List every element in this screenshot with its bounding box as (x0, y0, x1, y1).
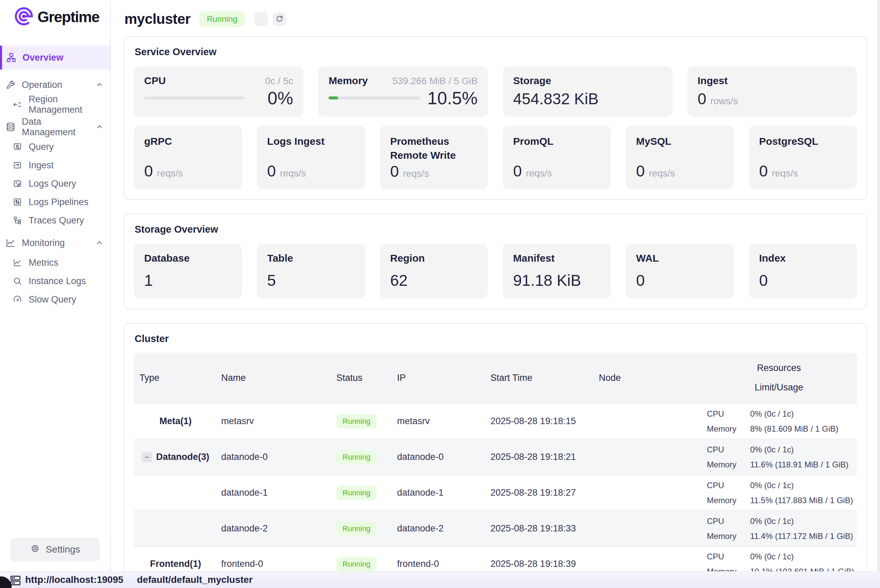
service-overview-panel: Service Overview CPU 0c / 5c 0% (124, 36, 867, 200)
memory-resource-label: Memory (707, 422, 747, 436)
sidebar-item-query[interactable]: Query (0, 138, 110, 156)
sidebar-nav: Overview Operation (0, 46, 110, 309)
cpu-resource-value: 0% (0c / 1c) (750, 406, 857, 422)
status-badge: Running (336, 557, 377, 571)
memory-progress-fill (329, 96, 338, 99)
column-ip: IP (394, 373, 487, 383)
prometheus-unit: reqs/s (403, 168, 429, 179)
ingest-unit: rows/s (710, 96, 738, 106)
manifest-value: 91.18 KiB (513, 271, 581, 290)
sidebar-item-metrics[interactable]: Metrics (0, 254, 110, 272)
region-card: Region 62 (380, 244, 488, 298)
collapse-datanode-button[interactable]: − (142, 452, 152, 462)
database-icon (5, 122, 17, 132)
sidebar-item-label: Slow Query (29, 294, 77, 305)
chevron-up-icon (95, 123, 104, 132)
cell-status: Running (333, 414, 394, 429)
cpu-resource-label: CPU (707, 478, 747, 493)
logs-ingest-unit: reqs/s (280, 168, 306, 179)
prometheus-label: Prometheus Remote Write (390, 135, 478, 162)
prometheus-value: 0 (390, 162, 399, 180)
cell-start-time: 2025-08-28 19:18:39 (487, 559, 593, 569)
search-icon (12, 276, 23, 286)
sidebar-item-data-management[interactable]: Data Management (0, 118, 110, 136)
brand-name: Greptime (38, 9, 99, 26)
sidebar-item-logs-query[interactable]: Logs Query (0, 174, 110, 193)
grpc-unit: reqs/s (157, 168, 183, 179)
grpc-value: 0 (144, 162, 153, 180)
cpu-resource-label: CPU (707, 549, 747, 564)
service-overview-title: Service Overview (135, 46, 857, 58)
logs-ingest-label: Logs Ingest (267, 135, 355, 148)
settings-label: Settings (46, 544, 80, 555)
logs-query-icon (12, 179, 23, 188)
column-resources: Resources Limit/Usage (701, 352, 857, 403)
cell-resource-values: 0% (0c / 1c) 11.5% (117.883 MiB / 1 GiB) (747, 478, 857, 508)
region-icon (12, 100, 23, 110)
sidebar-item-operation[interactable]: Operation (0, 76, 110, 94)
sidebar-item-overview[interactable]: Overview (0, 46, 110, 69)
sidebar-item-label: Ingest (29, 160, 54, 171)
table-card: Table 5 (257, 244, 365, 298)
table-label: Table (267, 251, 355, 266)
header-blank-button[interactable] (254, 12, 268, 26)
server-url[interactable]: http://localhost:19095 (25, 574, 123, 585)
ingest-icon (12, 160, 23, 170)
sidebar-item-monitoring[interactable]: Monitoring (0, 234, 110, 252)
storage-label: Storage (513, 74, 662, 88)
cell-type: Frontend(1) (134, 559, 216, 569)
cell-resource-values: 0% (0c / 1c) 8% (81.609 MiB / 1 GiB) (747, 406, 857, 436)
database-label: Database (144, 251, 232, 266)
wal-card: WAL 0 (626, 244, 734, 298)
wrench-icon (5, 80, 17, 90)
storage-overview-title: Storage Overview (135, 224, 857, 235)
index-value: 0 (759, 271, 768, 290)
cell-ip: datanode-1 (394, 488, 487, 498)
sidebar-item-label: Traces Query (29, 215, 84, 226)
cell-name: frontend-0 (216, 559, 333, 569)
sidebar-item-traces-query[interactable]: Traces Query (0, 211, 110, 230)
status-badge: Running (336, 486, 377, 500)
gauge-icon (12, 295, 23, 304)
table-value: 5 (267, 271, 276, 290)
sidebar-item-label: Instance Logs (29, 276, 86, 286)
refresh-button[interactable] (273, 12, 286, 26)
settings-button[interactable]: Settings (10, 538, 100, 561)
table-row-datanode-1: datanode-1 Running datanode-1 2025-08-28… (134, 474, 857, 510)
memory-limit: 539.266 MiB / 5 GiB (392, 76, 478, 87)
page-header: mycluster Running (125, 11, 867, 27)
sidebar-item-label: Query (29, 142, 54, 152)
table-row-meta: Meta(1) metasrv Running metasrv 2025-08-… (134, 403, 857, 439)
logs-ingest-value: 0 (267, 162, 276, 180)
cell-resource-labels: CPU Memory (701, 514, 747, 544)
main-content: mycluster Running Service Overview CPU 0… (111, 0, 880, 588)
memory-label: Memory (329, 74, 368, 88)
brand-logo[interactable]: Greptime (0, 0, 110, 28)
cluster-panel-title: Cluster (135, 333, 857, 344)
service-overview-row-1: CPU 0c / 5c 0% Memory 539.266 MiB / 5 Gi… (134, 66, 857, 117)
sidebar-item-region-management[interactable]: Region Management (0, 95, 110, 114)
cluster-panel: Cluster Type Name Status IP Start Time N… (124, 323, 867, 588)
memory-resource-label: Memory (707, 493, 747, 508)
memory-percent: 10.5% (427, 88, 478, 108)
sidebar-item-slow-query[interactable]: Slow Query (0, 290, 110, 309)
promql-label: PromQL (513, 135, 601, 148)
scrollbar[interactable] (877, 0, 880, 572)
chevron-up-icon (95, 238, 104, 248)
database-selector[interactable]: default/default_mycluster (137, 574, 252, 585)
status-bar: http://localhost:19095 default/default_m… (0, 572, 880, 588)
cell-start-time: 2025-08-28 19:18:15 (487, 416, 593, 426)
cpu-resource-label: CPU (707, 514, 747, 529)
row-type-label: Meta(1) (159, 416, 192, 426)
limit-usage-header: Limit/Usage (755, 382, 803, 393)
cell-resource-labels: CPU Memory (701, 406, 747, 436)
traces-icon (12, 216, 23, 225)
sidebar-item-label: Operation (22, 80, 62, 90)
cpu-label: CPU (144, 74, 166, 88)
sidebar-item-logs-pipelines[interactable]: Logs Pipelines (0, 193, 110, 211)
sidebar-item-ingest[interactable]: Ingest (0, 156, 110, 174)
sidebar-item-instance-logs[interactable]: Instance Logs (0, 272, 110, 290)
cell-resource-values: 0% (0c / 1c) 11.6% (118.91 MiB / 1 GiB) (747, 442, 857, 472)
cell-resource-labels: CPU Memory (701, 442, 747, 472)
metrics-icon (12, 258, 23, 267)
